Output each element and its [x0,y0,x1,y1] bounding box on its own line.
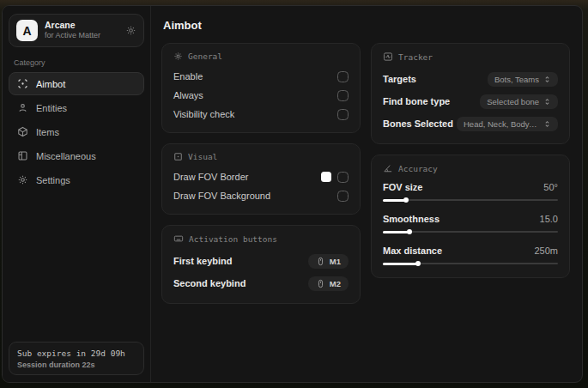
main-content: Aimbot General [151,6,582,382]
brand-subtitle: for Active Matter [45,31,118,40]
fov-border-color-swatch[interactable] [321,172,331,182]
sidebar-item-label: Miscellaneous [36,151,96,161]
category-label: Category [14,58,144,67]
brand-name: Arcane [45,20,118,31]
setting-row-max-distance: Max distance 250m [383,243,558,267]
setting-row-always: Always [173,86,349,105]
session-duration-text: Session duration 22s [17,361,136,369]
chevron-up-down-icon [543,120,551,128]
crosshair-scan-icon [17,78,28,89]
slider-thumb[interactable] [403,197,409,203]
fov-size-slider[interactable] [383,197,558,203]
panel-title: Visual [188,152,217,161]
slider-thumb[interactable] [415,261,421,266]
setting-row-targets: Targets Bots, Teams [383,68,558,90]
bones-selected-dropdown[interactable]: Head, Neck, Body, Pe.. [457,117,558,131]
visibility-check-checkbox[interactable] [337,109,349,120]
brand-card: A Arcane for Active Matter [9,14,144,47]
setting-row-bones-selected: Bones Selected Head, Neck, Body, Pe.. [383,112,558,135]
person-target-icon [17,102,28,113]
dropdown-value: Bots, Teams [494,75,539,84]
setting-row-second-keybind: Second keybind M2 [173,272,349,294]
panel-title: Tracker [398,52,433,62]
gear-icon[interactable] [125,25,136,36]
sidebar-item-label: Entities [36,103,67,113]
sidebar-item-settings[interactable]: Settings [9,168,144,191]
gear-icon [173,52,183,61]
find-bone-type-dropdown[interactable]: Selected bone [480,94,558,109]
fov-size-value: 50° [543,182,558,192]
image-icon [173,152,183,161]
keybind-value: M2 [330,279,341,288]
targets-dropdown[interactable]: Bots, Teams [488,72,558,87]
sidebar-item-miscellaneous[interactable]: Miscellaneous [9,144,144,167]
mouse-icon [316,257,325,266]
right-column: Tracker Targets Bots, Teams [371,43,570,278]
always-checkbox[interactable] [337,90,349,101]
grid-icon [17,150,28,161]
max-distance-slider[interactable] [383,260,558,267]
setting-row-fov-size: FOV size 50° [383,179,558,203]
enable-checkbox[interactable] [337,71,349,82]
sidebar-item-items[interactable]: Items [9,120,144,143]
general-panel: General Enable Always Visibility check [161,43,361,133]
sidebar-item-label: Settings [36,175,70,185]
page-title: Aimbot [163,19,570,32]
setting-row-enable: Enable [173,67,349,86]
sub-expires-text: Sub expires in 29d 09h [17,349,136,358]
second-keybind-button[interactable]: M2 [308,276,349,291]
max-distance-value: 250m [534,246,558,256]
panel-title: General [188,52,222,61]
sidebar-item-label: Aimbot [36,79,65,89]
cube-icon [17,126,28,137]
dropdown-value: Head, Neck, Body, Pe.. [464,119,539,129]
cheat-menu-window: A Arcane for Active Matter Category [2,5,583,383]
smoothness-slider[interactable] [383,228,558,235]
setting-row-find-bone-type: Find bone type Selected bone [383,90,558,112]
subscription-card: Sub expires in 29d 09h Session duration … [9,342,144,375]
setting-row-draw-fov-border: Draw FOV Border [173,167,349,186]
mouse-icon [316,279,325,288]
keyboard-icon [173,233,184,244]
panel-title: Activation buttons [189,234,277,244]
chevron-up-down-icon [543,76,551,83]
draw-fov-background-checkbox[interactable] [337,191,349,202]
slider-thumb[interactable] [407,229,412,234]
desktop-background: A Arcane for Active Matter Category [0,0,588,388]
setting-row-draw-fov-background: Draw FOV Background [173,186,349,205]
left-column: General Enable Always Visibility check [161,43,361,304]
setting-row-first-keybind: First keybind M1 [173,250,349,272]
accuracy-panel: Accuracy FOV size 50° [371,155,570,278]
brand-logo: A [16,20,38,41]
category-nav: Aimbot Entities [9,72,144,191]
sidebar: A Arcane for Active Matter Category [3,6,151,382]
sidebar-item-aimbot[interactable]: Aimbot [9,72,144,95]
visual-panel: Visual Draw FOV Border Draw FOV Backgrou… [161,143,361,215]
first-keybind-button[interactable]: M1 [308,254,349,269]
tracker-panel: Tracker Targets Bots, Teams [371,43,570,144]
setting-row-visibility-check: Visibility check [173,105,349,124]
sidebar-item-entities[interactable]: Entities [9,96,144,119]
keybind-value: M1 [330,257,341,266]
activity-icon [383,52,393,62]
panel-title: Accuracy [398,164,438,173]
dropdown-value: Selected bone [487,97,539,106]
chevron-up-down-icon [543,98,551,106]
activation-buttons-panel: Activation buttons First keybind [161,225,361,304]
angle-icon [383,163,393,173]
gear-icon [17,174,28,185]
sidebar-item-label: Items [36,127,59,137]
smoothness-value: 15.0 [540,214,558,224]
setting-row-smoothness: Smoothness 15.0 [383,211,558,235]
draw-fov-border-checkbox[interactable] [337,172,349,183]
